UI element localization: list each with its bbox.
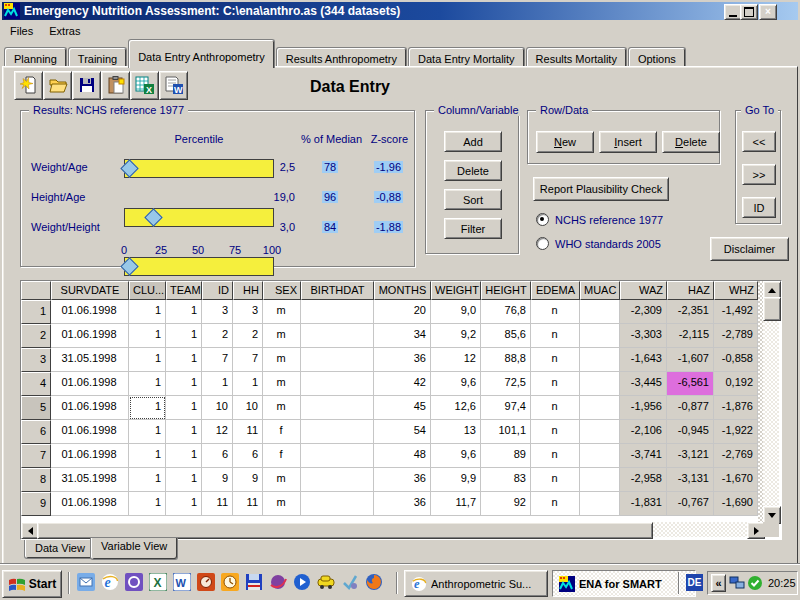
grid-cell[interactable] [301, 348, 374, 372]
grid-cell[interactable]: 12 [431, 348, 481, 372]
grid-cell[interactable]: 36 [374, 492, 431, 516]
grid-cell[interactable]: 1 [129, 300, 166, 324]
grid-cell[interactable]: 1 [129, 372, 166, 396]
grid-cell[interactable]: -2,351 [667, 300, 714, 324]
grid-cell[interactable]: -6,561 [667, 372, 714, 396]
grid-cell[interactable] [301, 324, 374, 348]
grid-cell[interactable] [301, 420, 374, 444]
grid-cell[interactable]: -3,445 [620, 372, 667, 396]
orange-dial-icon[interactable] [196, 572, 216, 592]
row-header[interactable]: 7 [21, 444, 51, 468]
tab-training[interactable]: Training [68, 47, 127, 68]
grid-cell[interactable]: -1,956 [620, 396, 667, 420]
grid-cell[interactable]: 7 [233, 348, 263, 372]
reference-option[interactable]: NCHS reference 1977 [536, 213, 663, 226]
disclaimer-button[interactable]: Disclaimer [710, 237, 789, 261]
grid-cell[interactable]: n [531, 468, 580, 492]
grid-cell[interactable]: 20 [374, 300, 431, 324]
floppy-app-icon[interactable] [244, 572, 264, 592]
grid-cell[interactable]: m [263, 300, 301, 324]
grid-cell[interactable] [301, 492, 374, 516]
grid-cell[interactable]: 6 [202, 444, 233, 468]
column-add-button[interactable]: Add [444, 131, 502, 152]
menu-item-extras[interactable]: Extras [41, 22, 88, 40]
grid-cell[interactable]: 7 [202, 348, 233, 372]
firefox-icon[interactable] [364, 572, 384, 592]
grid-cell[interactable]: 88,8 [481, 348, 531, 372]
grid-cell[interactable]: 11 [233, 420, 263, 444]
tab-planning[interactable]: Planning [4, 47, 67, 68]
grid-cell[interactable]: -2,789 [714, 324, 758, 348]
grid-cell[interactable]: 9,9 [431, 468, 481, 492]
grid-cell[interactable]: 12,6 [431, 396, 481, 420]
vertical-scroll-thumb[interactable] [763, 297, 781, 321]
tab-results-anthropometry[interactable]: Results Anthropometry [276, 47, 407, 68]
column-header[interactable]: BIRTHDAT [301, 281, 374, 300]
grid-cell[interactable]: m [263, 372, 301, 396]
clock-app-icon[interactable] [220, 572, 240, 592]
grid-cell[interactable]: m [263, 396, 301, 420]
grid-cell[interactable]: 9 [202, 468, 233, 492]
column-header[interactable]: MUAC [580, 281, 620, 300]
grid-cell[interactable]: f [263, 444, 301, 468]
grid-cell[interactable]: -2,769 [714, 444, 758, 468]
grid-cell[interactable]: 1 [233, 372, 263, 396]
grid-cell[interactable]: 9,2 [431, 324, 481, 348]
row-header[interactable]: 4 [21, 372, 51, 396]
row-new-button[interactable]: New [536, 131, 594, 153]
goto-next-button[interactable]: >> [742, 164, 776, 185]
grid-cell[interactable] [580, 420, 620, 444]
grid-cell[interactable]: 9,6 [431, 372, 481, 396]
grid-cell[interactable]: 72,5 [481, 372, 531, 396]
grid-cell[interactable] [580, 372, 620, 396]
radio-button[interactable] [536, 213, 549, 226]
row-header[interactable]: 6 [21, 420, 51, 444]
grid-cell[interactable]: m [263, 348, 301, 372]
row-header[interactable]: 9 [21, 492, 51, 516]
grid-cell[interactable]: -3,131 [667, 468, 714, 492]
grid-cell[interactable]: 13 [431, 420, 481, 444]
grid-cell[interactable]: 54 [374, 420, 431, 444]
grid-cell[interactable]: -1,876 [714, 396, 758, 420]
column-header[interactable]: SURVDATE [51, 281, 129, 300]
grid-cell[interactable]: 1 [129, 468, 166, 492]
tray-chevron-button[interactable]: « [711, 574, 726, 592]
report-plausibility-check-button[interactable]: Report Plausibility Check [533, 177, 669, 201]
grid-cell[interactable]: n [531, 420, 580, 444]
grid-cell[interactable]: 01.06.1998 [51, 492, 129, 516]
column-header[interactable]: TEAM [166, 281, 202, 300]
row-header[interactable]: 3 [21, 348, 51, 372]
grid-cell[interactable]: 42 [374, 372, 431, 396]
grid-cell[interactable]: -0,767 [667, 492, 714, 516]
column-header[interactable]: SEX [263, 281, 301, 300]
grid-cell[interactable]: 3 [202, 300, 233, 324]
grid-cell[interactable]: -3,121 [667, 444, 714, 468]
grid-cell[interactable]: 01.06.1998 [51, 324, 129, 348]
security-check-icon[interactable] [747, 575, 763, 591]
grid-cell[interactable]: n [531, 492, 580, 516]
grid-cell[interactable]: m [263, 468, 301, 492]
purple-app-icon[interactable] [124, 572, 144, 592]
column-header[interactable]: WEIGHT [431, 281, 481, 300]
grid-cell[interactable]: n [531, 348, 580, 372]
grid-cell[interactable]: -2,106 [620, 420, 667, 444]
language-indicator[interactable]: DE [686, 574, 703, 591]
grid-cell[interactable]: 10 [202, 396, 233, 420]
grid-cell[interactable]: 11 [233, 492, 263, 516]
excel-icon[interactable]: X [148, 572, 168, 592]
grid-cell[interactable]: 1 [166, 372, 202, 396]
grid-cell[interactable]: 9 [233, 468, 263, 492]
media-player-icon[interactable] [292, 572, 312, 592]
grid-cell[interactable]: 89 [481, 444, 531, 468]
grid-cell[interactable]: 01.06.1998 [51, 300, 129, 324]
grid-cell[interactable]: 45 [374, 396, 431, 420]
swoosh-icon[interactable] [340, 572, 360, 592]
grid-cell[interactable]: 6 [233, 444, 263, 468]
grid-cell[interactable]: n [531, 396, 580, 420]
grid-cell[interactable]: -1,492 [714, 300, 758, 324]
grid-cell[interactable]: -0,858 [714, 348, 758, 372]
column-header[interactable]: MONTHS [374, 281, 431, 300]
column-header[interactable]: ID [202, 281, 233, 300]
grid-cell[interactable] [580, 324, 620, 348]
grid-cell[interactable] [301, 300, 374, 324]
